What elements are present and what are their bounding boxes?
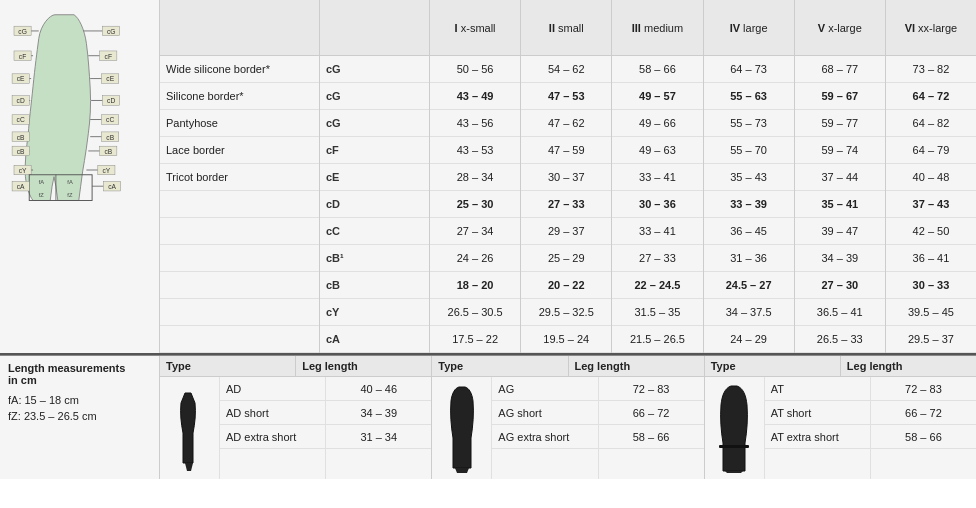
svg-text:fZ: fZ <box>39 192 45 198</box>
size-cell: 25 – 29 <box>521 245 611 272</box>
left-panel: cG cG cF cF cE cE cD cD <box>0 0 160 353</box>
size-cell: 25 – 30 <box>430 191 520 218</box>
bottom-block-header: TypeLeg length <box>705 356 976 377</box>
size-cell: 64 – 82 <box>886 110 976 137</box>
size-cell: 36 – 41 <box>886 245 976 272</box>
list-item: 66 – 72 <box>871 401 976 425</box>
size-roman: I <box>455 22 458 34</box>
size-cell: 34 – 39 <box>795 245 885 272</box>
size-cell: 17.5 – 22 <box>430 326 520 353</box>
size-cell: 54 – 62 <box>521 56 611 83</box>
type-row <box>160 299 319 326</box>
svg-text:cA: cA <box>108 183 116 190</box>
svg-text:cF: cF <box>19 53 26 60</box>
size-cell: 64 – 72 <box>886 83 976 110</box>
size-col: III medium58 – 6649 – 5749 – 6649 – 6333… <box>612 0 703 353</box>
size-col: IV large64 – 7355 – 6355 – 7355 – 7035 –… <box>704 0 795 353</box>
list-item: 58 – 66 <box>599 425 704 449</box>
size-cell: 29 – 37 <box>521 218 611 245</box>
bottom-type-header: Type <box>160 356 296 376</box>
size-cell: 64 – 79 <box>886 137 976 164</box>
size-cell: 47 – 53 <box>521 83 611 110</box>
svg-text:fA: fA <box>67 179 73 185</box>
size-cell: 39.5 – 45 <box>886 299 976 326</box>
bottom-leglen-header: Leg length <box>296 356 431 376</box>
list-item: AT extra short <box>765 425 870 449</box>
size-header: III medium <box>612 0 702 56</box>
size-cell: 26.5 – 33 <box>795 326 885 353</box>
bottom-type-col: AGAG shortAG extra short <box>492 377 598 479</box>
list-item: AD <box>220 377 325 401</box>
size-cell: 30 – 37 <box>521 164 611 191</box>
size-cell: 68 – 77 <box>795 56 885 83</box>
size-cell: 19.5 – 24 <box>521 326 611 353</box>
pom-row: cC <box>320 218 429 245</box>
bottom-block-header: TypeLeg length <box>432 356 703 377</box>
size-cell: 34 – 37.5 <box>704 299 794 326</box>
list-item: 31 – 34 <box>326 425 431 449</box>
pom-row: cY <box>320 299 429 326</box>
size-cell: 24.5 – 27 <box>704 272 794 299</box>
type-row: Pantyhose <box>160 110 319 137</box>
leg-ag-icon <box>437 383 487 473</box>
svg-text:cD: cD <box>107 97 115 104</box>
size-roman: II <box>549 22 555 34</box>
size-cell: 36 – 45 <box>704 218 794 245</box>
top-section: cG cG cF cF cE cE cD cD <box>0 0 976 355</box>
size-cell: 55 – 63 <box>704 83 794 110</box>
size-cell: 37 – 43 <box>886 191 976 218</box>
pom-row: cG <box>320 83 429 110</box>
type-row <box>160 218 319 245</box>
svg-text:cC: cC <box>106 116 114 123</box>
bottom-block: TypeLeg length ADAD shortAD extra short4… <box>160 356 432 479</box>
size-cell: 36.5 – 41 <box>795 299 885 326</box>
size-cell: 49 – 57 <box>612 83 702 110</box>
size-cell: 27 – 30 <box>795 272 885 299</box>
bottom-section: Length measurementsin cm fA: 15 – 18 cm … <box>0 355 976 479</box>
size-cell: 28 – 34 <box>430 164 520 191</box>
list-item: 40 – 46 <box>326 377 431 401</box>
size-cell: 18 – 20 <box>430 272 520 299</box>
bottom-leglen-header: Leg length <box>841 356 976 376</box>
size-cell: 73 – 82 <box>886 56 976 83</box>
length-info-2: fZ: 23.5 – 26.5 cm <box>8 410 151 422</box>
size-header: IV large <box>704 0 794 56</box>
size-cell: 35 – 41 <box>795 191 885 218</box>
size-header: V x-large <box>795 0 885 56</box>
svg-text:cY: cY <box>19 167 27 174</box>
bottom-groups: TypeLeg length ADAD shortAD extra short4… <box>160 356 976 479</box>
list-item: AG extra short <box>492 425 597 449</box>
bottom-img-col <box>160 377 220 479</box>
size-cell: 37 – 44 <box>795 164 885 191</box>
size-cell: 30 – 33 <box>886 272 976 299</box>
list-item: AG short <box>492 401 597 425</box>
type-row: Lace border <box>160 137 319 164</box>
list-item: 72 – 83 <box>599 377 704 401</box>
bottom-type-header: Type <box>432 356 568 376</box>
size-cell: 55 – 70 <box>704 137 794 164</box>
list-item: AD short <box>220 401 325 425</box>
size-cell: 30 – 36 <box>612 191 702 218</box>
pom-row: cG <box>320 110 429 137</box>
size-header: I x-small <box>430 0 520 56</box>
size-roman: V <box>818 22 825 34</box>
size-cell: 59 – 67 <box>795 83 885 110</box>
size-cell: 33 – 39 <box>704 191 794 218</box>
pom-row: cF <box>320 137 429 164</box>
size-cell: 43 – 56 <box>430 110 520 137</box>
size-cell: 33 – 41 <box>612 164 702 191</box>
size-col: VI xx-large73 – 8264 – 7264 – 8264 – 794… <box>886 0 976 353</box>
size-columns: I x-small50 – 5643 – 4943 – 5643 – 5328 … <box>430 0 976 353</box>
size-cell: 27 – 34 <box>430 218 520 245</box>
pom-row: cA <box>320 326 429 353</box>
size-cell: 20 – 22 <box>521 272 611 299</box>
pom-row: cB <box>320 272 429 299</box>
size-cell: 27 – 33 <box>521 191 611 218</box>
size-header: II small <box>521 0 611 56</box>
size-cell: 43 – 49 <box>430 83 520 110</box>
size-cell: 50 – 56 <box>430 56 520 83</box>
size-cell: 29.5 – 32.5 <box>521 299 611 326</box>
size-cell: 64 – 73 <box>704 56 794 83</box>
svg-text:cA: cA <box>17 183 25 190</box>
size-cell: 22 – 24.5 <box>612 272 702 299</box>
